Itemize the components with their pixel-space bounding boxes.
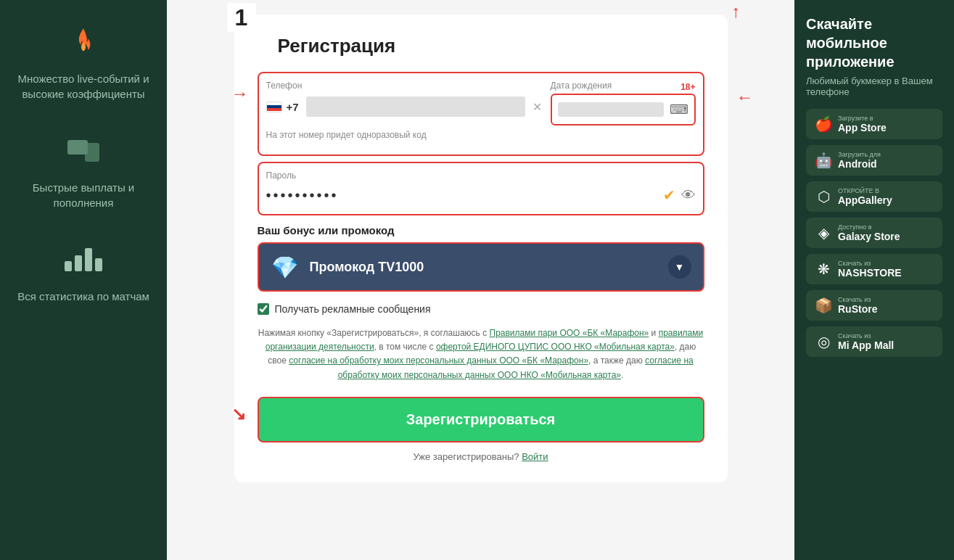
password-icons: ✔ 👁 xyxy=(663,186,696,204)
marketing-checkbox[interactable] xyxy=(258,303,269,315)
bonus-label: Ваш бонус или промокод xyxy=(258,224,704,236)
phone-field-group: Телефон +7 ✕ xyxy=(266,81,542,125)
phone-label: Телефон xyxy=(266,81,542,91)
nash-icon: ❋ xyxy=(815,260,832,278)
main-content: 1 ↑ Регистрация → Телефон xyxy=(167,0,794,560)
appgallery-text: ОТКРОЙТЕ В AppGallery xyxy=(838,187,892,206)
legal-link-3[interactable]: офертой ЕДИНОГО ЦУПИС ООО НКО «Мобильная… xyxy=(436,342,675,352)
promo-text: Промокод TV1000 xyxy=(310,260,658,275)
date-field-group: Дата рождения 18+ ⌨ xyxy=(551,81,696,125)
cards-icon xyxy=(63,131,104,171)
clear-phone-icon[interactable]: ✕ xyxy=(532,100,542,114)
download-subtitle: Любимый букмекер в Вашем телефоне xyxy=(806,75,942,97)
sidebar-item-live: Множество live-событий и высокие коэффиц… xyxy=(15,22,152,102)
register-button[interactable]: Зарегистрироваться xyxy=(258,397,704,442)
date-input[interactable] xyxy=(558,102,664,117)
step-number: 1 xyxy=(227,3,256,32)
password-check-icon: ✔ xyxy=(663,186,675,204)
sidebar-label-stats: Вся статистика по матчам xyxy=(17,289,149,304)
arrow-right-date: ← xyxy=(736,87,754,107)
galaxy-text: Доступно в Galaxy Store xyxy=(838,223,900,242)
mi-icon: ◎ xyxy=(815,333,832,350)
rustore-text: Скачать из RuStore xyxy=(838,296,877,315)
password-section-box: Пароль •••••••••• ✔ 👁 xyxy=(258,162,704,215)
left-sidebar: Множество live-событий и высокие коэффиц… xyxy=(0,0,167,560)
arrow-left-bottom: ↘ xyxy=(231,404,246,424)
keyboard-icon[interactable]: ⌨ xyxy=(670,102,688,118)
legal-link-1[interactable]: Правилами пари ООО «БК «Марафон» xyxy=(490,328,649,338)
password-dots: •••••••••• xyxy=(266,187,663,204)
galaxy-store-button[interactable]: ◈ Доступно в Galaxy Store xyxy=(806,218,942,248)
miappmall-text: Скачать из Mi App Mall xyxy=(838,332,894,351)
arrow-top-right: ↑ xyxy=(732,1,741,22)
legal-text: Нажимая кнопку «Зарегистрироваться», я с… xyxy=(258,326,704,382)
arrow-left-phone: → xyxy=(231,83,249,104)
huawei-icon: ⬡ xyxy=(815,188,832,205)
sidebar-label-payouts: Быстрые выплаты и пополнения xyxy=(15,180,152,210)
download-title: Скачайте мобильное приложение xyxy=(806,15,942,71)
promo-chevron-icon[interactable]: ▼ xyxy=(668,255,691,279)
password-eye-icon[interactable]: 👁 xyxy=(681,187,696,204)
rustore-button[interactable]: 📦 Скачать из RuStore xyxy=(806,290,942,321)
samsung-icon: ◈ xyxy=(815,224,832,242)
apple-icon: 🍎 xyxy=(815,115,832,133)
right-sidebar: Скачайте мобильное приложение Любимый бу… xyxy=(794,0,954,560)
miappmall-button[interactable]: ◎ Скачать из Mi App Mall xyxy=(806,326,942,357)
legal-link-4[interactable]: согласие на обработку моих персональных … xyxy=(289,355,588,366)
phone-hint: На этот номер придет одноразовый код xyxy=(266,130,696,140)
page-title: Регистрация xyxy=(278,35,704,57)
date-label: Дата рождения xyxy=(551,81,612,91)
date-input-wrapper[interactable]: ⌨ xyxy=(551,94,696,125)
flag-russia xyxy=(266,102,282,112)
app-store-button[interactable]: 🍎 Загрузите в App Store xyxy=(806,109,942,139)
android-button[interactable]: 🤖 Загрузить для Android xyxy=(806,145,942,176)
store-buttons-list: 🍎 Загрузите в App Store 🤖 Загрузить для … xyxy=(806,109,942,357)
phone-number-input[interactable] xyxy=(306,96,525,117)
android-text: Загрузить для Android xyxy=(838,151,881,170)
password-label: Пароль xyxy=(266,170,696,181)
promo-box[interactable]: 💎 Промокод TV1000 ▼ xyxy=(258,242,704,292)
phone-country-code: +7 xyxy=(287,101,299,113)
nashstore-button[interactable]: ❋ Скачать из NASHSTORE xyxy=(806,254,942,284)
age-badge: 18+ xyxy=(680,82,695,92)
login-link[interactable]: Войти xyxy=(522,451,548,462)
sidebar-label-live: Множество live-событий и высокие коэффиц… xyxy=(15,71,152,102)
password-input-wrapper[interactable]: •••••••••• ✔ 👁 xyxy=(266,184,696,207)
bonus-section: Ваш бонус или промокод 💎 Промокод TV1000… xyxy=(258,224,704,292)
bars-icon xyxy=(63,239,104,280)
sidebar-item-payouts: Быстрые выплаты и пополнения xyxy=(15,131,152,210)
promo-gem-icon: 💎 xyxy=(271,252,300,281)
rustore-icon: 📦 xyxy=(815,297,832,314)
appgallery-button[interactable]: ⬡ ОТКРОЙТЕ В AppGallery xyxy=(806,181,942,212)
phone-input-wrapper[interactable]: +7 ✕ xyxy=(266,94,542,120)
app-store-text: Загрузите в App Store xyxy=(838,115,887,133)
phone-date-row: Телефон +7 ✕ xyxy=(266,81,696,125)
sidebar-item-stats: Вся статистика по матчам xyxy=(17,239,149,304)
nashstore-text: Скачать из NASHSTORE xyxy=(838,260,902,279)
flame-icon xyxy=(63,22,104,62)
checkbox-row: Получать рекламные сообщения xyxy=(258,303,704,315)
android-icon: 🤖 xyxy=(815,152,832,169)
phone-section-box: Телефон +7 ✕ xyxy=(258,72,704,156)
already-registered-text: Уже зарегистрированы? Войти xyxy=(258,451,704,462)
registration-card: 1 ↑ Регистрация → Телефон xyxy=(234,15,728,482)
checkbox-label: Получать рекламные сообщения xyxy=(275,303,431,315)
